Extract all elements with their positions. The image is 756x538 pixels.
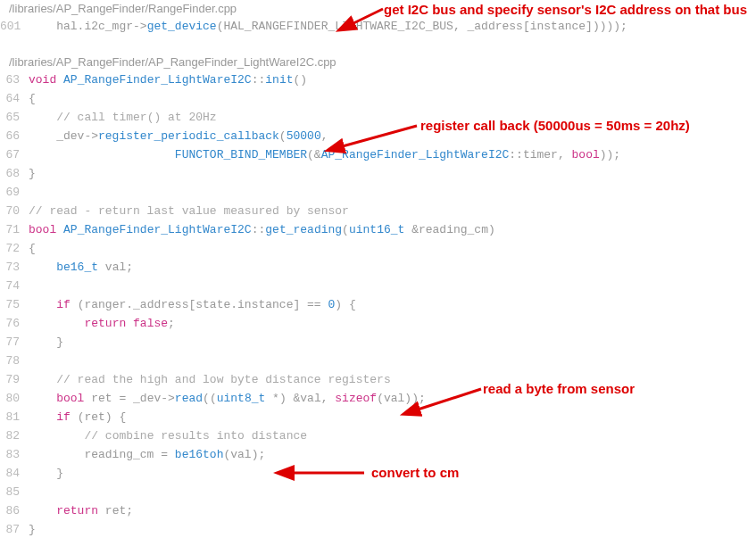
code-block-1: 601 hal.i2c_mgr->get_device(HAL_RANGEFIN… (0, 17, 756, 36)
line-number: 67 (0, 145, 29, 164)
code-content: // read - return last value measured by … (29, 202, 349, 220)
code-line: 80 bool ret = _dev->read((uint8_t *) &va… (0, 389, 756, 408)
file-path-2: /libraries/AP_RangeFinder/AP_RangeFinder… (0, 54, 756, 70)
code-content: _dev->register_periodic_callback(50000, (29, 127, 328, 145)
code-content: if (ranger._address[state.instance] == 0… (29, 295, 356, 314)
code-content: hal.i2c_mgr->get_device(HAL_RANGEFINDER_… (29, 17, 627, 36)
code-content: void AP_RangeFinder_LightWareI2C::init() (29, 70, 307, 89)
code-line: 69 (0, 183, 756, 202)
code-line: 74 (0, 277, 756, 295)
line-number: 84 (0, 464, 29, 483)
code-line: 70// read - return last value measured b… (0, 202, 756, 220)
line-number: 68 (0, 164, 29, 183)
line-number: 601 (0, 17, 29, 36)
code-line: 79 // read the high and low byte distanc… (0, 370, 756, 389)
line-number: 63 (0, 70, 29, 89)
line-number: 79 (0, 370, 29, 389)
code-line: 73 be16_t val; (0, 258, 756, 277)
line-number: 75 (0, 295, 29, 314)
code-line: 76 return false; (0, 314, 756, 333)
line-number: 71 (0, 220, 29, 239)
code-line: 78 (0, 352, 756, 370)
line-number: 72 (0, 239, 29, 258)
line-number: 76 (0, 314, 29, 333)
line-number: 65 (0, 108, 29, 127)
code-content: FUNCTOR_BIND_MEMBER(&AP_RangeFinder_Ligh… (29, 145, 620, 164)
code-line: 81 if (ret) { (0, 408, 756, 426)
code-content: be16_t val; (29, 258, 133, 277)
line-number: 64 (0, 89, 29, 108)
code-content: } (29, 520, 36, 538)
code-content: } (29, 333, 63, 352)
code-line: 84 } (0, 464, 756, 483)
code-content: { (29, 239, 36, 258)
code-line: 83 reading_cm = be16toh(val); (0, 445, 756, 464)
code-content: } (29, 464, 63, 483)
code-content: bool AP_RangeFinder_LightWareI2C::get_re… (29, 220, 495, 239)
code-line: 64{ (0, 89, 756, 108)
code-content: if (ret) { (29, 408, 126, 426)
code-line: 68} (0, 164, 756, 183)
code-line: 72{ (0, 239, 756, 258)
code-line: 601 hal.i2c_mgr->get_device(HAL_RANGEFIN… (0, 17, 756, 36)
code-content: // combine results into distance (29, 426, 307, 445)
code-content: // call timer() at 20Hz (29, 108, 217, 127)
code-line: 77 } (0, 333, 756, 352)
code-line: 86 return ret; (0, 501, 756, 520)
line-number: 83 (0, 445, 29, 464)
code-content: reading_cm = be16toh(val); (29, 445, 265, 464)
code-line: 85 (0, 483, 756, 501)
line-number: 86 (0, 501, 29, 520)
line-number: 73 (0, 258, 29, 277)
code-line: 87} (0, 520, 756, 538)
line-number: 69 (0, 183, 29, 202)
code-line: 63void AP_RangeFinder_LightWareI2C::init… (0, 70, 756, 89)
line-number: 80 (0, 389, 29, 408)
line-number: 78 (0, 352, 29, 370)
line-number: 82 (0, 426, 29, 445)
line-number: 66 (0, 127, 29, 145)
line-number: 77 (0, 333, 29, 352)
line-number: 85 (0, 483, 29, 501)
line-number: 81 (0, 408, 29, 426)
code-content: bool ret = _dev->read((uint8_t *) &val, … (29, 389, 426, 408)
line-number: 74 (0, 277, 29, 295)
code-content: return false; (29, 314, 175, 333)
file-path-1: /libraries/AP_RangeFinder/RangeFinder.cp… (0, 0, 756, 17)
code-line: 71bool AP_RangeFinder_LightWareI2C::get_… (0, 220, 756, 239)
code-line: 75 if (ranger._address[state.instance] =… (0, 295, 756, 314)
code-content: } (29, 164, 36, 183)
code-line: 67 FUNCTOR_BIND_MEMBER(&AP_RangeFinder_L… (0, 145, 756, 164)
line-number: 70 (0, 202, 29, 220)
code-content: return ret; (29, 501, 133, 520)
code-block-2: 63void AP_RangeFinder_LightWareI2C::init… (0, 70, 756, 538)
code-line: 65 // call timer() at 20Hz (0, 108, 756, 127)
code-content: // read the high and low byte distance r… (29, 370, 391, 389)
code-line: 82 // combine results into distance (0, 426, 756, 445)
line-number: 87 (0, 520, 29, 538)
code-line: 66 _dev->register_periodic_callback(5000… (0, 127, 756, 145)
code-content: { (29, 89, 36, 108)
